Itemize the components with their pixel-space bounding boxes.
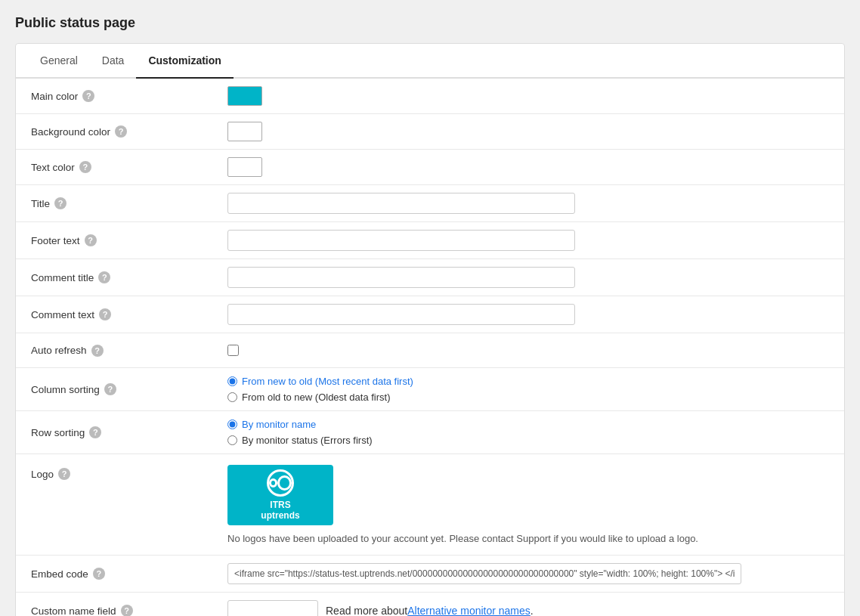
background-color-swatch[interactable] xyxy=(227,122,262,141)
footer-text-help-icon[interactable]: ? xyxy=(85,234,97,246)
tab-general[interactable]: General xyxy=(28,44,90,79)
row-sorting-option-by-status[interactable]: By monitor status (Errors first) xyxy=(227,435,373,446)
custom-name-field-suffix-text: . xyxy=(531,605,534,616)
footer-text-control xyxy=(227,230,829,251)
column-sorting-radio-old-to-new[interactable] xyxy=(227,392,237,402)
text-color-help-icon[interactable]: ? xyxy=(79,161,91,173)
footer-text-row: Footer text ? xyxy=(16,222,844,259)
comment-text-label: Comment text ? xyxy=(31,308,227,320)
auto-refresh-control xyxy=(227,345,829,356)
text-color-control xyxy=(227,157,829,177)
background-color-control xyxy=(227,122,829,141)
tab-data[interactable]: Data xyxy=(90,44,137,79)
text-color-label: Text color ? xyxy=(31,161,227,173)
background-color-label: Background color ? xyxy=(31,125,227,138)
auto-refresh-row: Auto refresh ? xyxy=(16,333,844,368)
custom-name-field-help-icon[interactable]: ? xyxy=(121,605,133,616)
column-sorting-radio-new-to-old[interactable] xyxy=(227,376,237,386)
embed-code-input[interactable] xyxy=(227,563,741,584)
text-color-swatch[interactable] xyxy=(227,157,262,177)
custom-name-field-control: Read more about Alternative monitor name… xyxy=(227,600,829,616)
embed-code-row: Embed code ? xyxy=(16,556,844,593)
comment-text-help-icon[interactable]: ? xyxy=(99,308,111,320)
alternative-monitor-names-link[interactable]: Alternative monitor names xyxy=(407,605,531,616)
row-sorting-row: Row sorting ? By monitor name By monitor… xyxy=(16,411,844,454)
embed-code-control xyxy=(227,563,829,584)
background-color-row: Background color ? xyxy=(16,114,844,150)
logo-preview[interactable]: ITRSuptrends xyxy=(227,465,333,525)
comment-title-help-icon[interactable]: ? xyxy=(98,271,110,283)
logo-help-icon[interactable]: ? xyxy=(58,468,70,480)
page-title: Public status page xyxy=(15,15,845,31)
custom-name-field-input[interactable] xyxy=(227,600,318,616)
comment-title-control xyxy=(227,267,829,288)
column-sorting-help-icon[interactable]: ? xyxy=(104,383,116,395)
footer-text-label: Footer text ? xyxy=(31,234,227,246)
auto-refresh-checkbox[interactable] xyxy=(227,345,239,356)
comment-title-label: Comment title ? xyxy=(31,271,227,283)
row-sorting-control: By monitor name By monitor status (Error… xyxy=(227,419,829,446)
row-sorting-radio-group: By monitor name By monitor status (Error… xyxy=(227,419,373,446)
auto-refresh-help-icon[interactable]: ? xyxy=(91,345,104,357)
main-color-help-icon[interactable]: ? xyxy=(82,90,94,102)
comment-text-control xyxy=(227,304,829,325)
logo-control: ITRSuptrends No logos have been uploaded… xyxy=(227,465,829,544)
column-sorting-row: Column sorting ? From new to old (Most r… xyxy=(16,368,844,411)
main-color-swatch[interactable] xyxy=(227,86,262,106)
column-sorting-radio-group: From new to old (Most recent data first)… xyxy=(227,376,413,403)
logo-label: Logo ? xyxy=(31,465,227,480)
text-color-row: Text color ? xyxy=(16,150,844,185)
column-sorting-label: Column sorting ? xyxy=(31,383,227,395)
background-color-help-icon[interactable]: ? xyxy=(115,125,127,138)
title-input[interactable] xyxy=(227,193,575,214)
auto-refresh-label: Auto refresh ? xyxy=(31,345,227,357)
main-color-label: Main color ? xyxy=(31,90,227,102)
column-sorting-control: From new to old (Most recent data first)… xyxy=(227,376,829,403)
main-color-control xyxy=(227,86,829,106)
custom-name-field-prefix-text: Read more about xyxy=(326,605,407,616)
embed-code-help-icon[interactable]: ? xyxy=(93,568,105,580)
main-color-row: Main color ? xyxy=(16,79,844,114)
column-sorting-option-old-to-new[interactable]: From old to new (Oldest data first) xyxy=(227,392,413,403)
row-sorting-help-icon[interactable]: ? xyxy=(89,426,101,438)
logo-brand-text: ITRSuptrends xyxy=(261,500,299,522)
custom-name-field-row: Custom name field ? Read more about Alte… xyxy=(16,593,844,616)
comment-title-row: Comment title ? xyxy=(16,259,844,296)
column-sorting-option-new-to-old[interactable]: From new to old (Most recent data first) xyxy=(227,376,413,387)
row-sorting-radio-by-status[interactable] xyxy=(227,435,237,445)
row-sorting-option-by-name[interactable]: By monitor name xyxy=(227,419,373,430)
title-row: Title ? xyxy=(16,185,844,222)
comment-title-input[interactable] xyxy=(227,267,575,288)
logo-row: Logo ? ITRSuptrends No logos have been u… xyxy=(16,454,844,556)
tabs-bar: General Data Customization xyxy=(16,44,844,79)
logo-brand-icon xyxy=(267,469,294,497)
tab-customization[interactable]: Customization xyxy=(136,44,233,79)
comment-text-row: Comment text ? xyxy=(16,296,844,333)
title-control xyxy=(227,193,829,214)
logo-note: No logos have been uploaded to your acco… xyxy=(227,533,698,544)
comment-text-input[interactable] xyxy=(227,304,575,325)
form-body: Main color ? Background color ? xyxy=(16,79,844,616)
row-sorting-radio-by-name[interactable] xyxy=(227,419,237,429)
logo-area: ITRSuptrends No logos have been uploaded… xyxy=(227,465,698,544)
custom-name-field-label: Custom name field ? xyxy=(31,605,227,616)
embed-code-label: Embed code ? xyxy=(31,568,227,580)
title-label: Title ? xyxy=(31,197,227,209)
title-help-icon[interactable]: ? xyxy=(54,197,67,209)
footer-text-input[interactable] xyxy=(227,230,575,251)
row-sorting-label: Row sorting ? xyxy=(31,426,227,438)
